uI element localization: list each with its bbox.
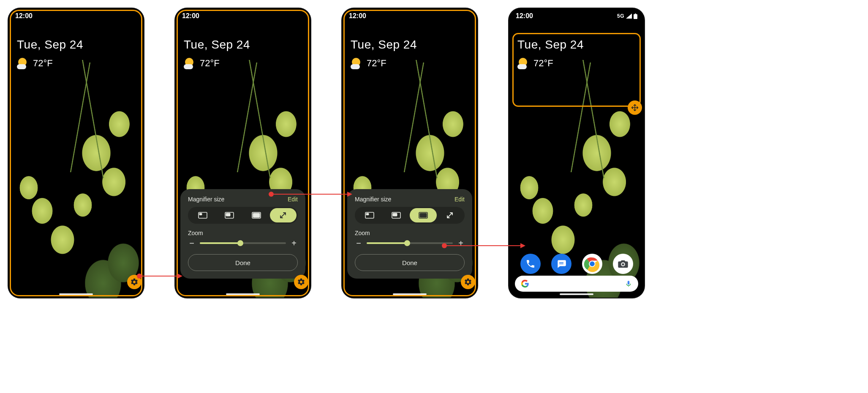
zoom-minus-button[interactable]: − <box>355 239 362 247</box>
phone-icon <box>525 259 536 269</box>
weather-icon <box>351 57 362 69</box>
magnifier-move-handle[interactable] <box>628 100 642 115</box>
svg-marker-24 <box>347 192 352 197</box>
svg-rect-1 <box>199 213 202 215</box>
status-time: 12:00 <box>516 12 533 20</box>
svg-point-22 <box>269 192 274 197</box>
phone-screen-4: 12:00 5G Tue, Sep 24 72°F <box>509 8 644 298</box>
status-bar: 12:00 5G <box>509 8 644 24</box>
app-chrome[interactable] <box>582 254 602 274</box>
status-time: 12:00 <box>15 12 33 20</box>
weather-temp: 72°F <box>533 58 553 69</box>
magnifier-size-label: Magnifier size <box>188 196 224 203</box>
size-option-fullscreen[interactable] <box>437 208 464 222</box>
chrome-icon <box>584 255 601 272</box>
zoom-label: Zoom <box>355 230 465 236</box>
network-label: 5G <box>617 13 624 19</box>
edit-link[interactable]: Edit <box>454 196 465 203</box>
app-camera[interactable] <box>613 254 633 274</box>
zoom-slider[interactable] <box>200 242 286 244</box>
home-content: Tue, Sep 24 72°F <box>8 8 144 298</box>
signal-icon <box>626 14 632 19</box>
weather-widget[interactable]: 72°F <box>184 57 302 69</box>
weather-widget[interactable]: 72°F <box>351 57 469 69</box>
weather-widget[interactable]: 72°F <box>17 57 135 69</box>
weather-icon <box>517 57 529 69</box>
magnifier-settings-button[interactable] <box>461 275 475 289</box>
app-messages[interactable] <box>551 254 571 274</box>
date-widget[interactable]: Tue, Sep 24 <box>17 38 135 51</box>
move-icon <box>631 103 639 112</box>
magnifier-panel: Magnifier size Edit Zoom − <box>347 189 472 279</box>
status-bar: 12:00 <box>8 8 144 24</box>
done-button[interactable]: Done <box>355 254 465 271</box>
phone-screen-1: 12:00 Tue, Sep 24 72°F <box>8 8 144 298</box>
svg-marker-21 <box>177 274 182 279</box>
status-bar: 12:00 <box>175 8 310 24</box>
size-option-large[interactable] <box>243 208 270 222</box>
svg-rect-11 <box>420 213 427 217</box>
svg-point-18 <box>622 263 624 266</box>
size-option-medium[interactable] <box>383 208 410 222</box>
svg-point-19 <box>137 274 142 279</box>
svg-marker-27 <box>520 243 525 248</box>
weather-icon <box>184 57 196 69</box>
step-arrow-1 <box>136 268 182 285</box>
weather-temp: 72°F <box>367 58 386 69</box>
date-widget[interactable]: Tue, Sep 24 <box>184 38 302 51</box>
svg-rect-13 <box>635 14 636 14</box>
weather-icon <box>17 57 29 69</box>
date-widget[interactable]: Tue, Sep 24 <box>517 38 636 51</box>
mic-icon[interactable] <box>625 280 632 287</box>
nav-handle[interactable] <box>226 293 260 295</box>
status-bar: 12:00 <box>342 8 477 24</box>
status-time: 12:00 <box>182 12 199 20</box>
step-arrow-2 <box>268 186 352 203</box>
size-option-large[interactable] <box>410 208 437 222</box>
camera-icon <box>617 258 629 270</box>
magnifier-size-segmented <box>188 207 298 224</box>
gear-icon <box>297 278 305 286</box>
magnifier-size-label: Magnifier size <box>355 196 391 203</box>
nav-handle[interactable] <box>393 293 427 295</box>
svg-point-25 <box>442 243 447 248</box>
app-dock <box>509 254 644 274</box>
zoom-label: Zoom <box>188 230 298 236</box>
size-option-fullscreen[interactable] <box>270 208 297 222</box>
weather-temp: 72°F <box>33 58 53 69</box>
gear-icon <box>464 278 472 286</box>
size-option-medium[interactable] <box>216 208 243 222</box>
svg-rect-5 <box>253 213 260 217</box>
svg-rect-3 <box>226 213 230 216</box>
svg-rect-7 <box>366 213 369 215</box>
step-arrow-3 <box>441 237 525 254</box>
app-phone[interactable] <box>520 254 541 274</box>
magnifier-size-segmented <box>355 207 465 224</box>
weather-temp: 72°F <box>200 58 220 69</box>
google-logo-icon <box>521 279 529 288</box>
svg-rect-9 <box>393 213 397 216</box>
google-search-bar[interactable] <box>515 276 638 292</box>
date-widget[interactable]: Tue, Sep 24 <box>351 38 469 51</box>
weather-widget[interactable]: 72°F <box>517 57 636 69</box>
phone-screen-2: 12:00 Tue, Sep 24 72°F Magnifier size Ed… <box>175 8 310 298</box>
zoom-minus-button[interactable]: − <box>188 239 196 247</box>
status-time: 12:00 <box>349 12 366 20</box>
size-option-small[interactable] <box>356 208 383 222</box>
nav-handle[interactable] <box>560 293 593 295</box>
svg-rect-12 <box>634 14 637 19</box>
messages-icon <box>556 258 567 269</box>
battery-icon <box>634 14 637 19</box>
zoom-slider[interactable] <box>367 242 453 244</box>
size-option-small[interactable] <box>189 208 216 222</box>
phone-screen-3: 12:00 Tue, Sep 24 72°F Magnifier size Ed… <box>342 8 477 298</box>
done-button[interactable]: Done <box>188 254 298 271</box>
zoom-plus-button[interactable]: + <box>290 239 298 247</box>
nav-handle[interactable] <box>59 293 93 295</box>
magnifier-settings-button[interactable] <box>294 275 308 289</box>
